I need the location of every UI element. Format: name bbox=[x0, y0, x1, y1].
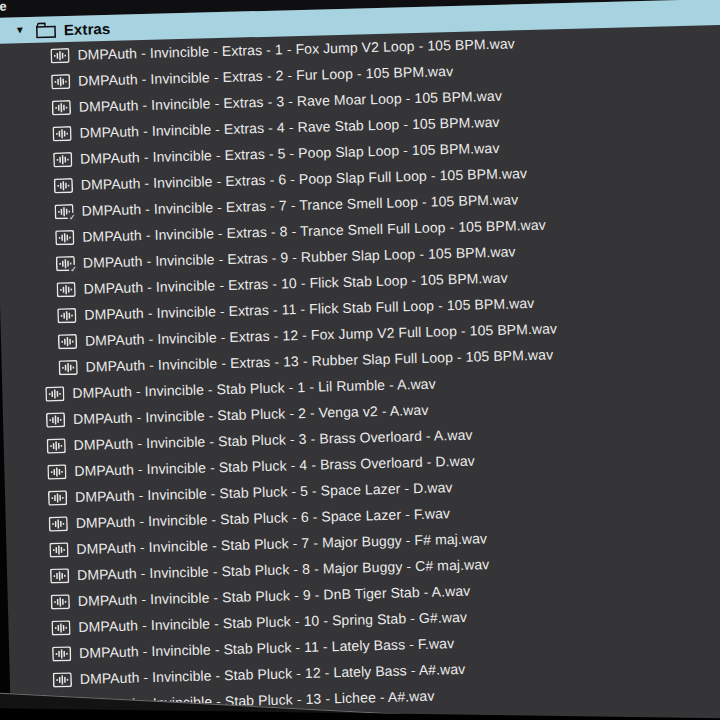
folder-icon bbox=[35, 21, 57, 39]
audio-waveform-icon bbox=[58, 359, 77, 374]
audio-waveform-icon: ✓ bbox=[56, 255, 75, 270]
audio-waveform-icon bbox=[49, 516, 68, 531]
browser-panel: ne ▼ Extras DMPAuth - Invincible - Extra… bbox=[0, 0, 720, 720]
triangle-down-icon[interactable]: ▼ bbox=[15, 17, 28, 43]
audio-waveform-icon bbox=[53, 151, 72, 166]
audio-waveform-icon bbox=[50, 47, 69, 62]
check-badge-icon: ✓ bbox=[69, 264, 78, 273]
check-badge-icon: ✓ bbox=[68, 212, 77, 221]
audio-waveform-icon bbox=[56, 281, 75, 296]
audio-waveform-icon bbox=[51, 594, 70, 609]
audio-waveform-icon bbox=[54, 177, 73, 192]
audio-waveform-icon bbox=[47, 464, 66, 479]
audio-waveform-icon bbox=[57, 307, 76, 322]
folder-label: Extras bbox=[64, 19, 111, 37]
audio-waveform-icon bbox=[49, 542, 68, 557]
audio-waveform-icon bbox=[51, 620, 70, 635]
audio-waveform-icon bbox=[47, 438, 66, 453]
column-header-name-partial: ne bbox=[0, 0, 7, 14]
audio-waveform-icon bbox=[52, 646, 71, 661]
audio-waveform-icon bbox=[55, 229, 74, 244]
audio-waveform-icon bbox=[45, 386, 64, 401]
audio-waveform-icon: ✓ bbox=[54, 203, 73, 218]
audio-waveform-icon bbox=[53, 672, 72, 687]
audio-waveform-icon bbox=[50, 568, 69, 583]
audio-waveform-icon bbox=[48, 490, 67, 505]
audio-waveform-icon bbox=[46, 412, 65, 427]
audio-waveform-icon bbox=[51, 73, 70, 88]
audio-waveform-icon bbox=[52, 99, 71, 114]
audio-waveform-icon bbox=[52, 125, 71, 140]
file-list: DMPAuth - Invincible - Extras - 1 - Fox … bbox=[0, 23, 720, 719]
audio-waveform-icon bbox=[58, 333, 77, 348]
